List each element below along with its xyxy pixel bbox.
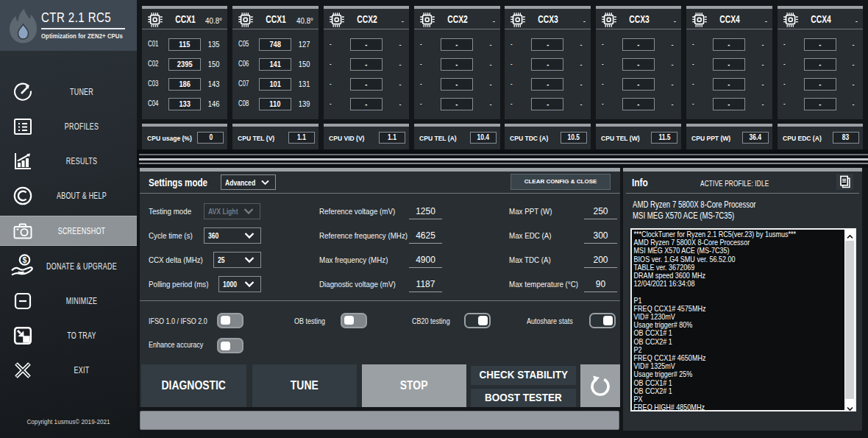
svg-text:$: $ bbox=[23, 255, 27, 264]
